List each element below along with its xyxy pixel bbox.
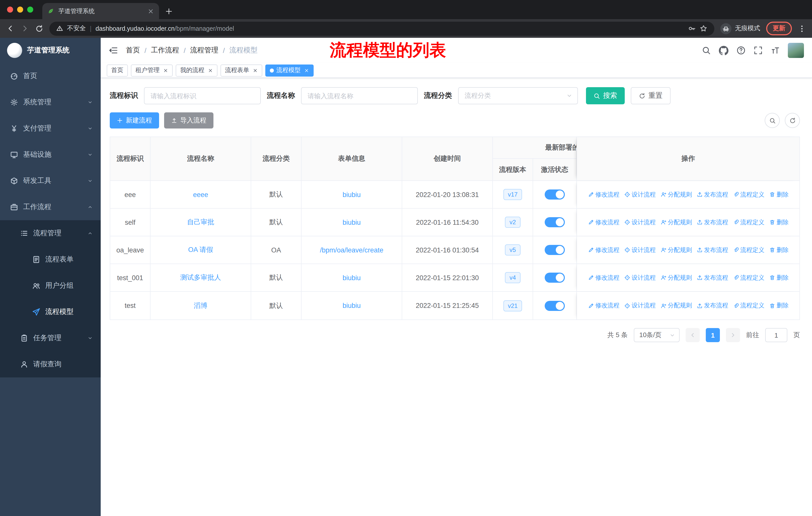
tag-tenant[interactable]: 租户管理 xyxy=(131,64,173,76)
op-design-link[interactable]: 设计流程 xyxy=(624,190,656,199)
process-name-link[interactable]: eeee xyxy=(193,191,208,198)
op-publish-link[interactable]: 发布流程 xyxy=(696,301,728,310)
op-edit-link[interactable]: 修改流程 xyxy=(588,218,619,226)
search-icon[interactable] xyxy=(702,46,711,55)
browser-menu-icon[interactable] xyxy=(798,24,806,32)
op-definition-link[interactable]: 流程定义 xyxy=(733,218,764,226)
browser-tab[interactable]: 芋道管理系统 xyxy=(42,3,159,19)
op-definition-link[interactable]: 流程定义 xyxy=(733,190,764,199)
op-publish-link[interactable]: 发布流程 xyxy=(696,273,728,282)
op-delete-link[interactable]: 删除 xyxy=(769,246,789,254)
op-delete-link[interactable]: 删除 xyxy=(769,301,789,310)
op-design-link[interactable]: 设计流程 xyxy=(624,218,656,226)
forward-button[interactable] xyxy=(21,24,29,33)
op-publish-link[interactable]: 发布流程 xyxy=(696,246,728,254)
process-name-link[interactable]: OA 请假 xyxy=(188,245,213,254)
reset-button[interactable]: 重置 xyxy=(631,87,671,104)
import-process-button[interactable]: 导入流程 xyxy=(164,112,213,129)
sidebar-toggle-icon[interactable] xyxy=(109,46,118,55)
op-edit-link[interactable]: 修改流程 xyxy=(588,246,619,254)
op-delete-link[interactable]: 删除 xyxy=(769,218,789,226)
version-badge[interactable]: v4 xyxy=(505,272,520,283)
tag-process-model[interactable]: 流程模型 xyxy=(265,64,314,76)
op-edit-link[interactable]: 修改流程 xyxy=(588,301,619,310)
process-name-link[interactable]: 滔博 xyxy=(194,301,207,310)
github-icon[interactable] xyxy=(719,46,728,55)
active-toggle[interactable] xyxy=(545,301,565,311)
active-toggle[interactable] xyxy=(545,217,565,227)
active-toggle[interactable] xyxy=(545,273,565,283)
help-icon[interactable] xyxy=(736,46,746,55)
page-size-select[interactable]: 10条/页 xyxy=(634,328,679,342)
page-number-button[interactable]: 1 xyxy=(706,328,720,342)
user-avatar[interactable] xyxy=(788,43,804,58)
version-badge[interactable]: v2 xyxy=(505,217,520,228)
tag-close-icon[interactable] xyxy=(304,68,309,73)
security-warning-icon[interactable] xyxy=(56,25,63,32)
sidebar-item-devtools[interactable]: 研发工具 xyxy=(0,168,101,194)
sidebar-item-home[interactable]: 首页 xyxy=(0,63,101,89)
fullscreen-icon[interactable] xyxy=(754,46,763,55)
breadcrumb-item[interactable]: 工作流程 xyxy=(151,46,179,55)
version-badge[interactable]: v5 xyxy=(505,244,520,255)
op-assign-link[interactable]: 分配规则 xyxy=(660,246,692,254)
category-select[interactable]: 流程分类 xyxy=(458,87,578,104)
font-size-icon[interactable] xyxy=(771,46,780,55)
breadcrumb-item[interactable]: 首页 xyxy=(126,46,140,55)
process-name-link[interactable]: 测试多审批人 xyxy=(180,273,221,282)
op-assign-link[interactable]: 分配规则 xyxy=(660,190,692,199)
op-edit-link[interactable]: 修改流程 xyxy=(588,190,619,199)
op-assign-link[interactable]: 分配规则 xyxy=(660,301,692,310)
prev-page-button[interactable] xyxy=(686,328,700,342)
tag-close-icon[interactable] xyxy=(208,68,213,73)
new-tab-button[interactable] xyxy=(165,7,173,15)
sidebar-item-leave-query[interactable]: 请假查询 xyxy=(0,351,101,377)
form-link[interactable]: biubiu xyxy=(343,302,361,309)
back-button[interactable] xyxy=(6,24,14,33)
tag-my-process[interactable]: 我的流程 xyxy=(176,64,218,76)
op-definition-link[interactable]: 流程定义 xyxy=(733,273,764,282)
sidebar-item-task-mgmt[interactable]: 任务管理 xyxy=(0,325,101,351)
minimize-window-button[interactable] xyxy=(17,6,23,12)
sidebar-item-user-group[interactable]: 用户分组 xyxy=(0,273,101,299)
sidebar-item-workflow[interactable]: 工作流程 xyxy=(0,194,101,220)
process-id-input[interactable] xyxy=(144,87,261,104)
goto-page-input[interactable] xyxy=(765,328,787,342)
active-toggle[interactable] xyxy=(545,245,565,255)
op-assign-link[interactable]: 分配规则 xyxy=(660,218,692,226)
next-page-button[interactable] xyxy=(726,328,740,342)
op-design-link[interactable]: 设计流程 xyxy=(624,273,656,282)
form-link[interactable]: /bpm/oa/leave/create xyxy=(320,246,383,254)
op-definition-link[interactable]: 流程定义 xyxy=(733,301,764,310)
tag-home[interactable]: 首页 xyxy=(107,64,128,76)
op-design-link[interactable]: 设计流程 xyxy=(624,301,656,310)
tag-close-icon[interactable] xyxy=(253,68,258,73)
create-process-button[interactable]: 新建流程 xyxy=(110,112,159,129)
tag-close-icon[interactable] xyxy=(163,68,168,73)
process-name-input[interactable] xyxy=(301,87,418,104)
active-toggle[interactable] xyxy=(545,189,565,199)
zoom-window-button[interactable] xyxy=(27,6,33,12)
sidebar-item-infra[interactable]: 基础设施 xyxy=(0,142,101,168)
show-search-button[interactable] xyxy=(765,113,780,128)
sidebar-item-process-model[interactable]: 流程模型 xyxy=(0,299,101,325)
sidebar-item-payment[interactable]: 支付管理 xyxy=(0,115,101,142)
tag-process-form[interactable]: 流程表单 xyxy=(221,64,262,76)
bookmark-star-icon[interactable] xyxy=(700,25,707,32)
version-badge[interactable]: v21 xyxy=(503,300,522,311)
search-button[interactable]: 搜索 xyxy=(586,87,625,104)
op-delete-link[interactable]: 删除 xyxy=(769,190,789,199)
refresh-table-button[interactable] xyxy=(785,113,800,128)
form-link[interactable]: biubiu xyxy=(343,274,361,281)
process-name-link[interactable]: 自己审批 xyxy=(187,218,214,227)
op-assign-link[interactable]: 分配规则 xyxy=(660,273,692,282)
op-publish-link[interactable]: 发布流程 xyxy=(696,218,728,226)
op-publish-link[interactable]: 发布流程 xyxy=(696,190,728,199)
sidebar-item-process-form[interactable]: 流程表单 xyxy=(0,246,101,273)
tab-close-icon[interactable] xyxy=(147,8,154,15)
reload-button[interactable] xyxy=(35,24,43,32)
close-window-button[interactable] xyxy=(7,6,13,12)
form-link[interactable]: biubiu xyxy=(343,191,361,198)
op-design-link[interactable]: 设计流程 xyxy=(624,246,656,254)
browser-update-button[interactable]: 更新 xyxy=(766,22,792,35)
